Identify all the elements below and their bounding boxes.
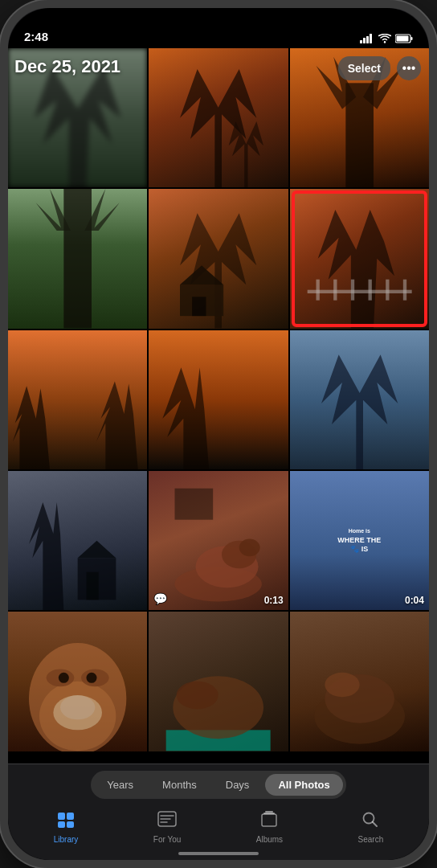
- svg-point-35: [60, 695, 95, 719]
- svg-rect-7: [397, 36, 409, 42]
- photo-cell-r2c2[interactable]: [149, 189, 288, 328]
- nav-tabs: Library For You: [8, 807, 429, 847]
- photo-grid: 💬 0:13 Home is WHERE THE 🐾 IS: [8, 48, 429, 751]
- svg-rect-42: [58, 813, 65, 820]
- home-indicator: [178, 852, 259, 855]
- svg-rect-52: [265, 811, 273, 813]
- video-badge-r4c3: 0:04: [405, 595, 424, 606]
- svg-point-41: [325, 673, 359, 697]
- phone-screen: 2:48: [8, 8, 429, 860]
- notch: [158, 8, 279, 32]
- svg-rect-14: [316, 280, 319, 301]
- date-header: Dec 25, 2021: [14, 56, 120, 77]
- photo-cell-r2c1[interactable]: [8, 189, 147, 328]
- svg-rect-2: [366, 36, 369, 43]
- svg-point-33: [86, 673, 96, 683]
- photo-cell-r4c2[interactable]: 💬 0:13: [149, 471, 288, 610]
- photo-cell-r2c3[interactable]: [290, 189, 429, 328]
- photo-cell-r5c1[interactable]: [8, 612, 147, 751]
- svg-point-32: [59, 673, 69, 683]
- phone-frame: 2:48: [0, 0, 437, 868]
- svg-rect-19: [402, 280, 406, 301]
- status-time: 2:48: [24, 30, 48, 43]
- svg-rect-51: [263, 813, 275, 814]
- filter-days[interactable]: Days: [213, 774, 263, 796]
- svg-rect-0: [360, 40, 362, 43]
- for-you-icon: [157, 810, 177, 833]
- nav-tab-albums-label: Albums: [256, 835, 283, 844]
- battery-icon: [395, 34, 413, 43]
- svg-rect-44: [58, 821, 65, 828]
- svg-point-26: [239, 538, 260, 556]
- svg-rect-45: [67, 821, 74, 828]
- wifi-icon: [378, 34, 391, 43]
- filter-months[interactable]: Months: [149, 774, 210, 796]
- svg-rect-6: [411, 37, 413, 40]
- filter-years[interactable]: Years: [94, 774, 146, 796]
- signal-icon: [360, 34, 374, 43]
- svg-rect-22: [86, 572, 98, 600]
- nav-tab-library-label: Library: [54, 835, 79, 844]
- video-badge-r4c2: 0:13: [264, 595, 284, 606]
- svg-rect-3: [370, 34, 372, 43]
- photo-cell-r3c2[interactable]: [149, 330, 288, 469]
- svg-rect-16: [350, 280, 353, 301]
- svg-rect-12: [192, 297, 206, 317]
- photo-cell-r3c1[interactable]: [8, 330, 147, 469]
- svg-rect-13: [307, 290, 411, 293]
- time-filter: Years Months Days All Photos: [91, 771, 345, 799]
- photo-cell-r5c2[interactable]: [149, 612, 288, 751]
- select-button[interactable]: Select: [338, 56, 390, 80]
- albums-icon: [259, 810, 279, 833]
- photo-cell-r5c3[interactable]: [290, 612, 429, 751]
- status-icons: [360, 34, 413, 43]
- svg-rect-18: [386, 280, 389, 301]
- top-actions: Select •••: [338, 56, 421, 80]
- filter-all-photos[interactable]: All Photos: [265, 774, 342, 796]
- svg-rect-43: [67, 813, 74, 820]
- svg-rect-27: [175, 489, 214, 520]
- svg-rect-1: [363, 38, 366, 43]
- library-icon: [56, 810, 76, 833]
- photo-cell-r3c3[interactable]: [290, 330, 429, 469]
- nav-tab-for-you-label: For You: [153, 835, 181, 844]
- svg-rect-15: [333, 280, 337, 301]
- svg-point-38: [177, 682, 218, 710]
- search-icon: [361, 810, 380, 833]
- photo-cell-r1c2[interactable]: [149, 48, 288, 187]
- blanket-text: Home is WHERE THE 🐾 IS: [337, 526, 381, 554]
- more-button[interactable]: •••: [397, 56, 421, 80]
- nav-tab-library[interactable]: Library: [44, 807, 88, 847]
- svg-rect-9: [63, 189, 92, 328]
- photo-grid-container: Dec 25, 2021 Select •••: [8, 48, 429, 764]
- nav-tab-search-label: Search: [358, 835, 384, 844]
- svg-rect-17: [368, 280, 371, 301]
- nav-tab-for-you[interactable]: For You: [144, 807, 190, 847]
- tab-bar: Years Months Days All Photos: [8, 764, 429, 860]
- svg-marker-21: [78, 541, 116, 559]
- nav-tab-albums[interactable]: Albums: [247, 807, 292, 847]
- speech-bubble-icon: 💬: [153, 592, 167, 605]
- svg-rect-50: [262, 814, 276, 826]
- svg-point-4: [384, 41, 386, 43]
- svg-line-54: [373, 822, 377, 826]
- photo-cell-r4c3[interactable]: Home is WHERE THE 🐾 IS 0:04: [290, 471, 429, 610]
- photo-cell-r4c1[interactable]: [8, 471, 147, 610]
- nav-tab-search[interactable]: Search: [349, 807, 394, 847]
